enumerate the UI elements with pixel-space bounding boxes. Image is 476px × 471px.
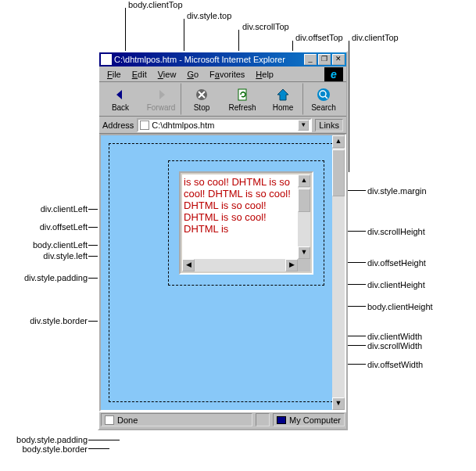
- label-div-scrollWidth: div.scrollWidth: [367, 341, 422, 351]
- scroll-up-icon[interactable]: ▲: [332, 135, 345, 148]
- search-icon: [316, 87, 331, 102]
- label-div-clientTop: div.clientTop: [352, 33, 399, 42]
- label-div-style-padding: div.style.padding: [8, 273, 88, 282]
- example-div: is so cool! DHTML is so cool! DHTML is s…: [168, 160, 324, 286]
- statusbar: Done My Computer: [99, 412, 346, 427]
- window-title: C:\dhtmlpos.htm - Microsoft Internet Exp…: [114, 55, 302, 64]
- address-input[interactable]: C:\dhtmlpos.htm ▼: [137, 118, 312, 132]
- menu-favorites[interactable]: Favorites: [205, 68, 249, 81]
- label-div-style-margin: div.style.margin: [367, 186, 427, 196]
- menu-view[interactable]: View: [153, 68, 181, 81]
- label-body-clientLeft: body.clientLeft: [8, 240, 88, 250]
- label-body-clientTop: body.clientTop: [128, 0, 183, 9]
- scroll-right-icon[interactable]: ▶: [285, 259, 298, 271]
- page-icon: [101, 54, 112, 65]
- close-button[interactable]: ✕: [332, 54, 345, 65]
- menu-go[interactable]: Go: [182, 68, 203, 81]
- browser-window: C:\dhtmlpos.htm - Microsoft Internet Exp…: [98, 51, 348, 430]
- address-bar: Address C:\dhtmlpos.htm ▼ Links: [99, 117, 346, 134]
- label-div-offsetTop: div.offsetTop: [295, 33, 343, 42]
- div-horizontal-scrollbar[interactable]: ◀ ▶: [182, 259, 298, 271]
- menubar: File Edit View Go Favorites Help e: [99, 67, 346, 82]
- leader: [349, 41, 349, 172]
- refresh-icon: [234, 87, 250, 102]
- div-padding-box: is so cool! DHTML is so cool! DHTML is s…: [179, 171, 313, 275]
- leader: [88, 440, 120, 440]
- page-icon: [140, 120, 149, 130]
- zone-text: My Computer: [289, 415, 341, 425]
- address-label: Address: [102, 120, 134, 130]
- dropdown-icon[interactable]: ▼: [298, 120, 309, 131]
- status-panel: Done: [101, 413, 252, 426]
- label-div-clientLeft: div.clientLeft: [17, 204, 88, 214]
- forward-button[interactable]: Forward: [141, 83, 181, 115]
- scroll-corner: [298, 259, 310, 271]
- forward-arrow-icon: [153, 87, 169, 102]
- menu-help[interactable]: Help: [251, 68, 278, 81]
- label-div-scrollTop: div.scrollTop: [242, 22, 289, 31]
- status-slot: [256, 413, 270, 426]
- label-body-style-border: body.style.border: [0, 444, 88, 454]
- label-div-style-border: div.style.border: [8, 316, 88, 325]
- scroll-down-icon[interactable]: ▼: [298, 246, 310, 259]
- back-arrow-icon: [113, 87, 128, 102]
- label-div-clientWidth: div.clientWidth: [367, 332, 422, 341]
- label-div-clientHeight: div.clientHeight: [367, 280, 425, 289]
- zone-panel: My Computer: [273, 413, 345, 426]
- refresh-button[interactable]: Refresh: [222, 83, 263, 115]
- stop-icon: [194, 87, 209, 102]
- div-content: is so cool! DHTML is so cool! DHTML is s…: [182, 174, 298, 259]
- address-value: C:\dhtmlpos.htm: [152, 120, 214, 130]
- links-button[interactable]: Links: [315, 119, 343, 131]
- label-div-style-left: div.style.left: [25, 251, 88, 261]
- document-client-area: is so cool! DHTML is so cool! DHTML is s…: [99, 134, 346, 412]
- label-div-offsetWidth: div.offsetWidth: [367, 360, 423, 369]
- scroll-thumb[interactable]: [298, 189, 310, 212]
- toolbar: Back Forward Stop Refresh Home Search: [99, 82, 346, 117]
- home-button[interactable]: Home: [263, 83, 303, 115]
- search-button[interactable]: Search: [303, 83, 344, 115]
- leader: [88, 448, 109, 449]
- label-div-offsetHeight: div.offsetHeight: [367, 258, 426, 268]
- page-icon: [105, 415, 114, 425]
- titlebar: C:\dhtmlpos.htm - Microsoft Internet Exp…: [99, 52, 346, 67]
- maximize-button[interactable]: ❐: [318, 54, 331, 65]
- label-div-style-top: div.style.top: [187, 11, 231, 20]
- ie-logo-icon: e: [324, 67, 343, 81]
- menu-file[interactable]: File: [102, 68, 126, 81]
- scroll-down-icon[interactable]: ▼: [332, 397, 345, 410]
- back-button[interactable]: Back: [100, 83, 141, 115]
- scroll-thumb[interactable]: [332, 149, 345, 196]
- div-vertical-scrollbar[interactable]: ▲ ▼: [298, 174, 310, 259]
- body-vertical-scrollbar[interactable]: ▲ ▼: [332, 135, 345, 410]
- diagram-stage: body.clientTop div.style.top div.scrollT…: [0, 0, 476, 471]
- label-body-clientHeight: body.clientHeight: [367, 302, 433, 311]
- label-div-scrollHeight: div.scrollHeight: [367, 227, 425, 236]
- menu-edit[interactable]: Edit: [127, 68, 152, 81]
- scroll-up-icon[interactable]: ▲: [298, 174, 310, 187]
- minimize-button[interactable]: _: [304, 54, 317, 65]
- stop-button[interactable]: Stop: [181, 83, 222, 115]
- status-text: Done: [117, 415, 138, 425]
- label-body-style-padding: body.style.padding: [0, 435, 88, 444]
- label-div-offsetLeft: div.offsetLeft: [17, 222, 88, 232]
- scroll-left-icon[interactable]: ◀: [182, 259, 195, 271]
- computer-icon: [277, 416, 286, 424]
- home-icon: [275, 87, 291, 102]
